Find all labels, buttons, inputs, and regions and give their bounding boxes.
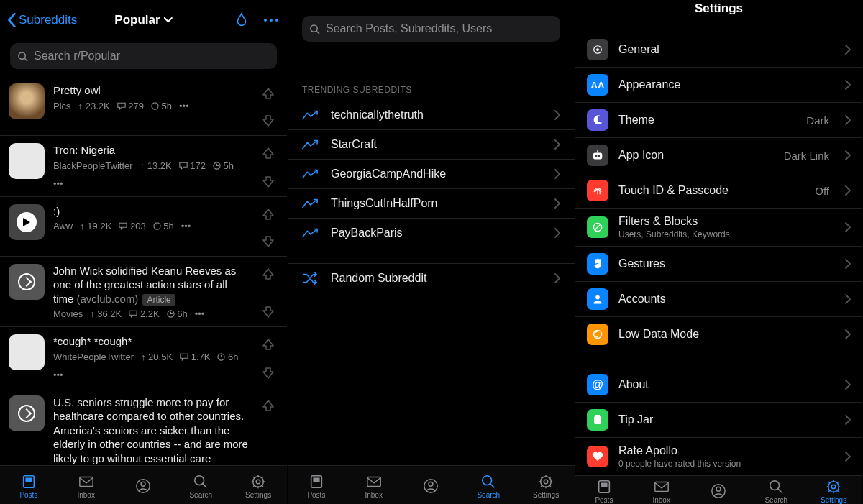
- settings-row[interactable]: Gestures: [575, 247, 862, 282]
- tab-bar: Posts Inbox Search Settings: [0, 465, 287, 504]
- tab-posts[interactable]: Posts: [295, 474, 338, 499]
- trending-label: StarCraft: [331, 138, 542, 151]
- post-meta: Movies↑ 36.2K 2.2K 6h•••: [53, 308, 250, 319]
- svg-point-15: [195, 476, 204, 485]
- random-subreddit-label: Random Subreddit: [331, 272, 542, 285]
- settings-group-1: GeneralAAAppearanceThemeDarkApp IconDark…: [575, 32, 862, 352]
- post-more[interactable]: •••: [179, 101, 189, 111]
- upvote-icon[interactable]: [261, 86, 275, 101]
- tab-inbox[interactable]: Inbox: [65, 474, 108, 499]
- settings-row[interactable]: @About: [575, 367, 862, 403]
- downvote-icon[interactable]: [261, 114, 275, 128]
- post-more[interactable]: •••: [53, 178, 63, 189]
- svg-point-54: [595, 295, 600, 300]
- settings-row[interactable]: General: [575, 32, 862, 68]
- settings-row[interactable]: Low Data Mode: [575, 317, 862, 352]
- post-thumbnail[interactable]: [9, 395, 45, 431]
- tab-settings[interactable]: Settings: [812, 479, 855, 504]
- post-row[interactable]: U.S. seniors struggle more to pay for he…: [0, 388, 287, 465]
- tab-inbox-label: Inbox: [77, 491, 94, 499]
- trending-row[interactable]: GeorgiaCampAndHike: [288, 160, 575, 189]
- settings-row-icon: [587, 409, 608, 431]
- post-row[interactable]: Pretty owlPics↑ 23.2K 279 5h•••: [0, 76, 287, 136]
- downvote-icon[interactable]: [261, 234, 275, 249]
- post-row[interactable]: :)Aww↑ 19.2K 203 5h•••: [0, 197, 287, 257]
- post-row[interactable]: Tron: NigeriaBlackPeopleTwitter↑ 13.2K 1…: [0, 136, 287, 197]
- settings-row[interactable]: Touch ID & PasscodeOff: [575, 173, 862, 209]
- tab-search[interactable]: Search: [467, 474, 510, 499]
- settings-title: Settings: [575, 0, 862, 17]
- downvote-icon[interactable]: [261, 366, 275, 380]
- post-thumbnail[interactable]: [9, 204, 45, 240]
- post-more[interactable]: •••: [181, 221, 191, 232]
- settings-row[interactable]: Tip Jar: [575, 403, 862, 438]
- trending-row[interactable]: ThingsCutInHalfPorn: [288, 189, 575, 219]
- tab-settings-label: Settings: [533, 491, 559, 499]
- svg-line-42: [541, 477, 542, 478]
- flame-icon[interactable]: [234, 12, 250, 28]
- tab-settings[interactable]: Settings: [237, 474, 280, 499]
- gear-icon: [826, 479, 841, 495]
- upvote-icon[interactable]: [261, 146, 275, 160]
- chevron-right-icon: [845, 415, 851, 425]
- tab-search[interactable]: Search: [179, 474, 222, 499]
- post-comments: 203: [119, 221, 145, 232]
- svg-rect-60: [655, 482, 668, 492]
- svg-point-0: [264, 19, 267, 22]
- post-thumbnail[interactable]: [9, 83, 45, 119]
- trending-row[interactable]: PayBackParis: [288, 219, 575, 247]
- post-row[interactable]: *cough* *cough*WhitePeopleTwitter↑ 20.5K…: [0, 327, 287, 388]
- svg-line-45: [549, 477, 551, 478]
- post-thumbnail[interactable]: [9, 334, 45, 370]
- post-thumbnail[interactable]: [9, 143, 45, 179]
- downvote-icon[interactable]: [261, 175, 275, 189]
- trending-icon: [302, 169, 318, 179]
- upvote-icon[interactable]: [261, 398, 275, 413]
- feed-title-dropdown[interactable]: Popular: [114, 13, 172, 27]
- downvote-icon[interactable]: [261, 305, 275, 319]
- tab-posts[interactable]: Posts: [7, 474, 50, 499]
- post-row[interactable]: John Wick solidified Keanu Reeves as one…: [0, 257, 287, 328]
- settings-row[interactable]: AAAppearance: [575, 68, 862, 103]
- trending-row[interactable]: technicallythetruth: [288, 101, 575, 130]
- post-title: U.S. seniors struggle more to pay for he…: [53, 395, 250, 465]
- tab-inbox[interactable]: Inbox: [640, 479, 683, 504]
- post-more[interactable]: •••: [195, 308, 205, 319]
- trending-list: technicallythetruthStarCraftGeorgiaCampA…: [288, 101, 575, 247]
- global-search-input[interactable]: Search Posts, Subreddits, Users: [302, 16, 560, 42]
- post-list[interactable]: Pretty owlPics↑ 23.2K 279 5h•••Tron: Nig…: [0, 76, 287, 465]
- search-input[interactable]: Search r/Popular: [10, 43, 277, 69]
- settings-row-sublabel: 0 people have rated this version: [618, 459, 835, 469]
- upvote-icon[interactable]: [261, 207, 275, 221]
- tab-settings[interactable]: Settings: [524, 474, 567, 499]
- vote-controls: [258, 83, 278, 128]
- post-thumbnail[interactable]: [9, 264, 45, 300]
- tab-inbox[interactable]: Inbox: [352, 474, 396, 499]
- tab-posts[interactable]: Posts: [583, 479, 626, 504]
- trending-section-header: TRENDING SUBREDDITS: [288, 42, 575, 101]
- back-button[interactable]: Subreddits: [7, 13, 77, 27]
- settings-row[interactable]: Filters & BlocksUsers, Subreddits, Keywo…: [575, 209, 862, 247]
- settings-row-label: Touch ID & Passcode: [618, 184, 805, 197]
- vote-controls: [258, 334, 278, 380]
- post-more[interactable]: •••: [53, 370, 63, 380]
- tab-search[interactable]: Search: [754, 479, 798, 504]
- trending-row[interactable]: StarCraft: [288, 130, 575, 160]
- settings-row[interactable]: ThemeDark: [575, 103, 862, 138]
- settings-row[interactable]: Accounts: [575, 282, 862, 317]
- settings-row[interactable]: App IconDark Link: [575, 138, 862, 173]
- upvote-icon[interactable]: [261, 267, 275, 281]
- trending-label: PayBackParis: [331, 226, 542, 239]
- settings-row-label: Appearance: [618, 78, 835, 91]
- tab-account[interactable]: [697, 483, 740, 500]
- random-subreddit-row[interactable]: Random Subreddit: [288, 264, 575, 293]
- settings-row-icon: [587, 216, 608, 238]
- upvote-icon[interactable]: [261, 337, 275, 352]
- settings-row-label: Theme: [618, 114, 796, 127]
- svg-point-62: [717, 487, 721, 491]
- settings-row[interactable]: Rate Apollo0 people have rated this vers…: [575, 438, 862, 475]
- chevron-right-icon: [554, 110, 560, 120]
- tab-account[interactable]: [122, 478, 165, 495]
- more-icon[interactable]: [262, 17, 280, 23]
- tab-account[interactable]: [409, 478, 452, 495]
